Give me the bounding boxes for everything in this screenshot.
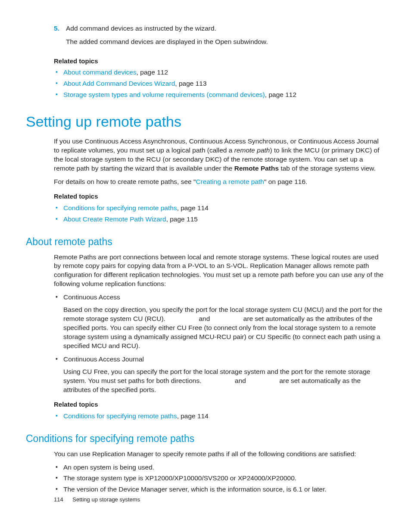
conditions-list: An open system is being used. The storag… bbox=[54, 463, 385, 495]
bold-remote-paths: Remote Paths bbox=[234, 165, 279, 172]
text: and bbox=[197, 315, 212, 322]
text: tab of the storage systems view. bbox=[279, 165, 376, 172]
step-5-block: 5. Add command devices as instructed by … bbox=[54, 24, 385, 100]
heading-about-remote-paths: About remote paths bbox=[26, 236, 385, 248]
link-suffix: , page 113 bbox=[175, 80, 206, 87]
page-footer: 114 Setting up storage systems bbox=[54, 496, 140, 503]
list-item: Conditions for specifying remote paths, … bbox=[54, 204, 385, 213]
list-item: The storage system type is XP12000/XP100… bbox=[54, 474, 385, 483]
related-topics-list: Conditions for specifying remote paths, … bbox=[54, 412, 385, 421]
step-text-1: Add command devices as instructed by the… bbox=[66, 24, 385, 33]
page-number: 114 bbox=[54, 496, 63, 503]
document-page: 5. Add command devices as instructed by … bbox=[0, 0, 411, 532]
list-item: The version of the Device Manager server… bbox=[54, 485, 385, 494]
step-text-2: The added command devices are displayed … bbox=[66, 37, 385, 47]
related-topics-heading: Related topics bbox=[54, 192, 385, 201]
heading-setting-up-remote-paths: Setting up remote paths bbox=[26, 113, 385, 130]
item-body: Using CU Free, you can specify the port … bbox=[63, 367, 385, 395]
link-creating-remote-path[interactable]: Creating a remote path bbox=[196, 178, 264, 185]
related-topics-heading: Related topics bbox=[54, 400, 385, 409]
list-item: An open system is being used. bbox=[54, 463, 385, 472]
intro-block: If you use Continuous Access Asynchronou… bbox=[54, 137, 385, 224]
heading-conditions: Conditions for specifying remote paths bbox=[26, 433, 385, 445]
related-topics-heading: Related topics bbox=[54, 57, 385, 65]
list-item: About Create Remote Path Wizard, page 11… bbox=[54, 215, 385, 224]
see-also-paragraph: For details on how to create remote path… bbox=[54, 177, 385, 187]
about-paragraph: Remote Paths are port connections betwee… bbox=[54, 253, 385, 289]
link-add-command-devices-wizard[interactable]: About Add Command Devices Wizard bbox=[63, 80, 175, 87]
link-suffix: , page 114 bbox=[177, 412, 209, 420]
italic-remote-path: remote path bbox=[234, 146, 270, 154]
link-suffix: , page 115 bbox=[166, 215, 198, 223]
link-conditions[interactable]: Conditions for specifying remote paths bbox=[63, 204, 177, 212]
related-topics-list: Conditions for specifying remote paths, … bbox=[54, 204, 385, 224]
link-suffix: , page 112 bbox=[137, 68, 168, 76]
numbered-step-5: 5. Add command devices as instructed by … bbox=[54, 24, 385, 51]
link-create-remote-path-wizard[interactable]: About Create Remote Path Wizard bbox=[63, 215, 166, 223]
link-command-devices[interactable]: About command devices bbox=[63, 68, 137, 76]
text: and bbox=[233, 377, 248, 384]
list-item: Storage system types and volume requirem… bbox=[54, 90, 385, 100]
list-item: About Add Command Devices Wizard, page 1… bbox=[54, 79, 385, 88]
conditions-block: You can use Replication Manager to speci… bbox=[54, 450, 385, 495]
list-item: About command devices, page 112 bbox=[54, 68, 385, 77]
list-item-continuous-access: Continuous Access Based on the copy dire… bbox=[54, 293, 385, 351]
related-topics-list: About command devices, page 112 About Ad… bbox=[54, 68, 385, 100]
text: " on page 116. bbox=[264, 178, 307, 185]
list-item-continuous-access-journal: Continuous Access Journal Using CU Free,… bbox=[54, 355, 385, 395]
link-conditions[interactable]: Conditions for specifying remote paths bbox=[63, 412, 177, 420]
step-body: Add command devices as instructed by the… bbox=[66, 24, 385, 51]
conditions-paragraph: You can use Replication Manager to speci… bbox=[54, 450, 385, 459]
text: For details on how to create remote path… bbox=[54, 178, 196, 185]
about-remote-paths-block: Remote Paths are port connections betwee… bbox=[54, 253, 385, 421]
list-item: Conditions for specifying remote paths, … bbox=[54, 412, 385, 421]
link-suffix: , page 112 bbox=[265, 91, 296, 98]
step-number: 5. bbox=[54, 24, 62, 51]
intro-paragraph: If you use Continuous Access Asynchronou… bbox=[54, 137, 385, 173]
footer-title: Setting up storage systems bbox=[72, 496, 140, 503]
link-storage-types[interactable]: Storage system types and volume requirem… bbox=[63, 91, 265, 98]
link-suffix: , page 114 bbox=[177, 204, 209, 212]
item-title: Continuous Access Journal bbox=[63, 355, 144, 363]
item-body: Based on the copy direction, you specify… bbox=[63, 305, 385, 351]
replication-functions-list: Continuous Access Based on the copy dire… bbox=[54, 293, 385, 394]
item-title: Continuous Access bbox=[63, 293, 120, 301]
